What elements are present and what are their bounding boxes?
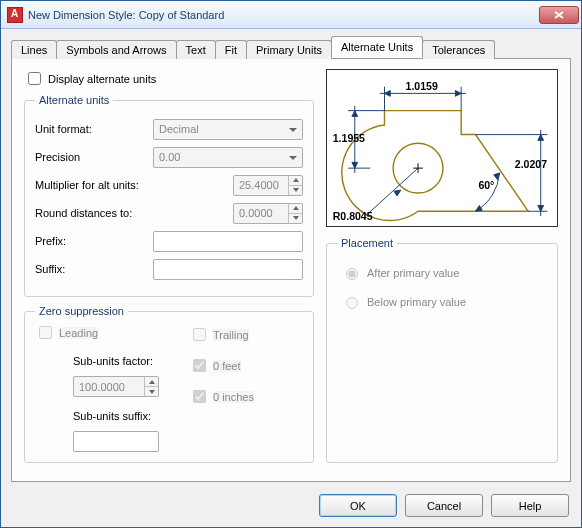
round-field[interactable]: 0.0000 bbox=[233, 203, 303, 224]
prefix-field[interactable] bbox=[153, 231, 303, 252]
trailing-input[interactable] bbox=[193, 328, 206, 341]
round-spinner[interactable] bbox=[288, 204, 302, 223]
below-primary-radio[interactable]: Below primary value bbox=[341, 294, 547, 309]
placement-group: Placement After primary value Below prim… bbox=[326, 237, 558, 463]
multiplier-spinner[interactable] bbox=[288, 176, 302, 195]
tab-lines[interactable]: Lines bbox=[11, 40, 57, 59]
preview-pane: 1.0159 1.1955 2.0207 60° R0.8045 bbox=[326, 69, 558, 227]
trailing-label: Trailing bbox=[213, 329, 249, 341]
suffix-label: Suffix: bbox=[35, 263, 153, 275]
svg-text:1.0159: 1.0159 bbox=[406, 80, 438, 92]
leading-checkbox[interactable]: Leading bbox=[35, 323, 159, 342]
placement-legend: Placement bbox=[337, 237, 397, 249]
titlebar[interactable]: New Dimension Style: Copy of Standard bbox=[1, 1, 581, 29]
after-primary-label: After primary value bbox=[367, 267, 459, 279]
tab-alternate-units[interactable]: Alternate Units bbox=[331, 36, 423, 58]
tab-tolerances[interactable]: Tolerances bbox=[422, 40, 495, 59]
dialog-body: Lines Symbols and Arrows Text Fit Primar… bbox=[1, 29, 581, 486]
close-icon bbox=[554, 11, 564, 19]
below-primary-label: Below primary value bbox=[367, 296, 466, 308]
left-column: Display alternate units Alternate units … bbox=[24, 69, 314, 471]
feet-checkbox[interactable]: 0 feet bbox=[189, 356, 254, 375]
svg-text:1.1955: 1.1955 bbox=[333, 132, 365, 144]
precision-label: Precision bbox=[35, 151, 153, 163]
precision-combo[interactable]: 0.00 bbox=[153, 147, 303, 168]
trailing-checkbox[interactable]: Trailing bbox=[189, 325, 254, 344]
leading-input[interactable] bbox=[39, 326, 52, 339]
button-bar: OK Cancel Help bbox=[1, 486, 581, 527]
inches-label: 0 inches bbox=[213, 391, 254, 403]
tab-text[interactable]: Text bbox=[176, 40, 216, 59]
alternate-units-legend: Alternate units bbox=[35, 94, 113, 106]
multiplier-field[interactable]: 25.4000 bbox=[233, 175, 303, 196]
prefix-label: Prefix: bbox=[35, 235, 153, 247]
close-button[interactable] bbox=[539, 6, 579, 24]
svg-text:R0.8045: R0.8045 bbox=[333, 210, 373, 222]
tabstrip: Lines Symbols and Arrows Text Fit Primar… bbox=[11, 37, 571, 59]
leading-label: Leading bbox=[59, 327, 98, 339]
display-alternate-input[interactable] bbox=[28, 72, 41, 85]
sub-factor-spinner[interactable] bbox=[144, 377, 158, 396]
display-alternate-checkbox[interactable]: Display alternate units bbox=[24, 69, 314, 88]
tab-symbols-arrows[interactable]: Symbols and Arrows bbox=[56, 40, 176, 59]
unit-format-combo[interactable]: Decimal bbox=[153, 119, 303, 140]
preview-drawing: 1.0159 1.1955 2.0207 60° R0.8045 bbox=[327, 70, 557, 226]
svg-text:2.0207: 2.0207 bbox=[515, 158, 547, 170]
inches-input[interactable] bbox=[193, 390, 206, 403]
zero-suppression-group: Zero suppression Leading Sub-units facto… bbox=[24, 305, 314, 463]
display-alternate-label: Display alternate units bbox=[48, 73, 156, 85]
help-button[interactable]: Help bbox=[491, 494, 569, 517]
tab-fit[interactable]: Fit bbox=[215, 40, 247, 59]
cancel-button[interactable]: Cancel bbox=[405, 494, 483, 517]
right-column: 1.0159 1.1955 2.0207 60° R0.8045 Placeme… bbox=[326, 69, 558, 471]
multiplier-label: Multiplier for alt units: bbox=[35, 179, 233, 191]
alternate-units-group: Alternate units Unit format: Decimal Pre… bbox=[24, 94, 314, 297]
below-primary-input[interactable] bbox=[346, 297, 358, 309]
tab-primary-units[interactable]: Primary Units bbox=[246, 40, 332, 59]
window-title: New Dimension Style: Copy of Standard bbox=[28, 9, 539, 21]
svg-text:60°: 60° bbox=[478, 179, 494, 191]
app-icon bbox=[7, 7, 23, 23]
inches-checkbox[interactable]: 0 inches bbox=[189, 387, 254, 406]
sub-factor-field[interactable]: 100.0000 bbox=[73, 376, 159, 397]
after-primary-input[interactable] bbox=[346, 268, 358, 280]
after-primary-radio[interactable]: After primary value bbox=[341, 265, 547, 280]
tab-content: Display alternate units Alternate units … bbox=[11, 59, 571, 482]
unit-format-label: Unit format: bbox=[35, 123, 153, 135]
feet-label: 0 feet bbox=[213, 360, 241, 372]
suffix-field[interactable] bbox=[153, 259, 303, 280]
sub-factor-label: Sub-units factor: bbox=[73, 355, 159, 367]
feet-input[interactable] bbox=[193, 359, 206, 372]
round-label: Round distances to: bbox=[35, 207, 233, 219]
dialog-window: New Dimension Style: Copy of Standard Li… bbox=[0, 0, 582, 528]
sub-suffix-field[interactable] bbox=[73, 431, 159, 452]
zero-suppression-legend: Zero suppression bbox=[35, 305, 128, 317]
ok-button[interactable]: OK bbox=[319, 494, 397, 517]
sub-suffix-label: Sub-units suffix: bbox=[73, 410, 159, 422]
